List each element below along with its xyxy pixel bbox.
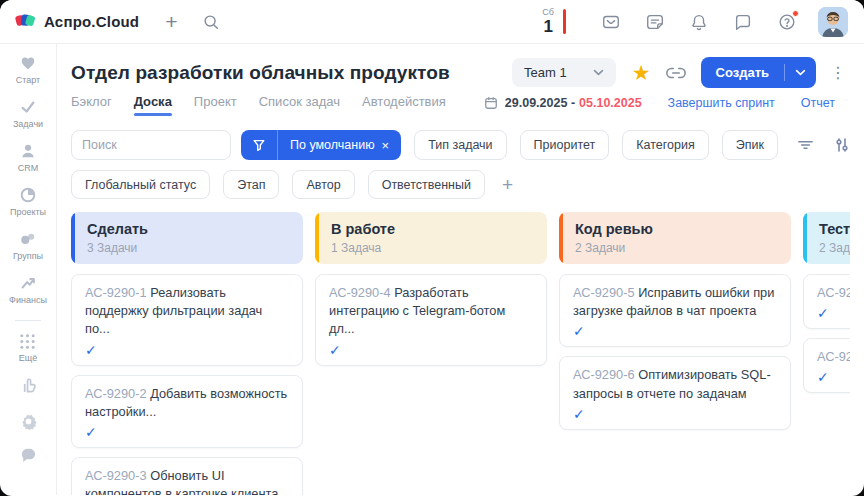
more-grid-icon bbox=[19, 333, 36, 350]
task-card[interactable]: АС-9290-1 Реализовать поддержку фильтрац… bbox=[71, 274, 303, 365]
filter-chip-task-type[interactable]: Тип задачи bbox=[414, 130, 506, 160]
filter-chip-author[interactable]: Автор bbox=[292, 170, 354, 199]
funnel-filter-icon[interactable] bbox=[241, 130, 277, 160]
task-card[interactable]: АС-9290-3 Обновить UI компонентов в карт… bbox=[71, 457, 303, 495]
sidebar-item-tasks[interactable]: Задачи bbox=[13, 98, 43, 129]
sidebar-item-projects[interactable]: Проекты bbox=[10, 186, 46, 217]
calendar-accent-bar bbox=[563, 9, 566, 34]
task-card[interactable]: АС-9290-6 Оптимизировать SQL-запросы в о… bbox=[559, 356, 791, 429]
sidebar-item-groups[interactable]: Группы bbox=[13, 230, 43, 261]
sprint-dates[interactable]: 29.09.2025 - 05.10.2025 bbox=[484, 96, 642, 114]
add-filter-plus-icon[interactable]: + bbox=[498, 175, 517, 194]
chat-icon[interactable] bbox=[730, 9, 756, 35]
topbar: Аспро.Cloud + Сб 1 bbox=[0, 0, 864, 44]
column-header[interactable]: Тестируется 2 Задачи bbox=[803, 212, 850, 264]
task-type-check-icon: ✓ bbox=[329, 343, 533, 357]
clear-filter-icon[interactable]: × bbox=[382, 138, 390, 153]
onboarding-icon[interactable] bbox=[19, 376, 38, 395]
sort-icon[interactable] bbox=[797, 138, 814, 152]
board-settings-sliders-icon[interactable] bbox=[834, 137, 850, 153]
task-id: АС-9290-7 bbox=[817, 285, 850, 300]
create-button-label: Создать bbox=[701, 65, 784, 80]
filter-chip-stage[interactable]: Этап bbox=[223, 170, 279, 199]
filter-chip-global-status[interactable]: Глобальный статус bbox=[71, 170, 210, 199]
task-type-check-icon: ✓ bbox=[573, 407, 777, 421]
notes-icon[interactable] bbox=[642, 9, 668, 35]
calendar-day-number: 1 bbox=[543, 18, 552, 35]
search-input[interactable] bbox=[71, 130, 231, 160]
user-avatar[interactable] bbox=[818, 7, 848, 37]
task-card[interactable]: АС-9290-5 Исправить ошибки при загрузке … bbox=[559, 274, 791, 347]
tasks-check-icon bbox=[19, 98, 37, 116]
task-id: АС-9290-4 bbox=[329, 285, 391, 300]
more-actions-kebab-icon[interactable]: ⋮ bbox=[826, 61, 850, 84]
task-id: АС-9290-2 bbox=[85, 386, 147, 401]
column-count: 1 Задача bbox=[331, 241, 535, 255]
column-title: Код ревью bbox=[575, 220, 779, 238]
column-title: Сделать bbox=[87, 220, 291, 238]
active-filter-button[interactable]: По умолчанию × bbox=[241, 130, 401, 160]
column-title: В работе bbox=[331, 220, 535, 238]
tab-autoactions[interactable]: Автодействия bbox=[362, 94, 446, 116]
task-card[interactable]: АС-9290-2 Добавить возможность настройки… bbox=[71, 375, 303, 448]
column-title: Тестируется bbox=[819, 220, 850, 238]
column-header[interactable]: Сделать 3 Задачи bbox=[71, 212, 303, 264]
column-count: 3 Задачи bbox=[87, 241, 291, 255]
app-shell: Старт Задачи CRM Проекты Группы Финансы bbox=[0, 44, 864, 495]
column-header[interactable]: Код ревью 2 Задачи bbox=[559, 212, 791, 264]
task-card[interactable]: АС-9290-7 добавление... ✓ bbox=[803, 274, 850, 329]
column-count: 2 Задачи bbox=[575, 241, 779, 255]
team-select[interactable]: Team 1 bbox=[512, 58, 616, 87]
column-todo: Сделать 3 Задачи АС-9290-1 Реализовать п… bbox=[71, 212, 303, 495]
sidebar-divider bbox=[15, 320, 41, 321]
filter-chip-category[interactable]: Категория bbox=[622, 130, 708, 160]
mail-icon[interactable] bbox=[598, 9, 624, 35]
filter-chip-priority[interactable]: Приоритет bbox=[520, 130, 610, 160]
filter-row-1: По умолчанию × Тип задачи Приоритет Кате… bbox=[71, 130, 850, 160]
favorite-star-icon[interactable]: ★ bbox=[630, 62, 653, 83]
calendar-icon bbox=[484, 96, 498, 110]
topbar-right: Сб 1 bbox=[542, 7, 848, 37]
task-type-check-icon: ✓ bbox=[85, 425, 289, 439]
active-filter-label: По умолчанию bbox=[290, 138, 375, 152]
projects-icon bbox=[19, 186, 37, 204]
task-card[interactable]: АС-9290-4 Разработать интеграцию с Teleg… bbox=[315, 274, 547, 365]
task-type-check-icon: ✓ bbox=[817, 370, 850, 384]
sidebar-item-more[interactable]: Ещё bbox=[19, 333, 37, 363]
sidebar-item-start[interactable]: Старт bbox=[16, 54, 40, 85]
tab-backlog[interactable]: Бэклог bbox=[71, 94, 112, 116]
kanban-board: Сделать 3 Задачи АС-9290-1 Реализовать п… bbox=[71, 212, 850, 495]
help-icon[interactable] bbox=[774, 9, 800, 35]
filter-chip-epic[interactable]: Эпик bbox=[722, 130, 778, 160]
task-card[interactable]: АС-9290-8 округление... ✓ bbox=[803, 338, 850, 393]
copy-link-icon[interactable] bbox=[663, 62, 689, 84]
create-dropdown-chevron-icon[interactable] bbox=[785, 69, 816, 76]
notifications-bell-icon[interactable] bbox=[686, 9, 712, 35]
finance-icon bbox=[19, 274, 37, 292]
app-logo-icon bbox=[14, 11, 36, 33]
sidebar-item-crm[interactable]: CRM bbox=[18, 142, 39, 173]
title-row: Отдел разработки облачных продуктов Team… bbox=[71, 57, 850, 88]
search-icon[interactable] bbox=[199, 10, 223, 34]
support-chat-icon[interactable] bbox=[19, 446, 38, 465]
team-select-value: Team 1 bbox=[524, 65, 567, 80]
tab-task-list[interactable]: Список задач bbox=[259, 94, 340, 116]
groups-icon bbox=[19, 230, 37, 248]
tab-board[interactable]: Доска bbox=[134, 94, 172, 116]
brand[interactable]: Аспро.Cloud bbox=[14, 11, 139, 33]
main-content: Отдел разработки облачных продуктов Team… bbox=[57, 44, 864, 495]
filter-chip-assignee[interactable]: Ответственный bbox=[368, 170, 485, 199]
column-in-progress: В работе 1 Задача АС-9290-4 Разработать … bbox=[315, 212, 547, 366]
app-name: Аспро.Cloud bbox=[44, 13, 139, 30]
tab-project[interactable]: Проект bbox=[194, 94, 237, 116]
finish-sprint-link[interactable]: Завершить спринт bbox=[668, 96, 775, 114]
report-link[interactable]: Отчет bbox=[801, 96, 835, 114]
calendar-date-widget[interactable]: Сб 1 bbox=[542, 8, 566, 35]
quick-create-button[interactable]: + bbox=[161, 9, 181, 34]
settings-gear-icon[interactable] bbox=[19, 411, 38, 430]
task-type-check-icon: ✓ bbox=[817, 306, 850, 320]
sidebar-item-finance[interactable]: Финансы bbox=[9, 274, 47, 305]
chevron-down-icon bbox=[593, 69, 604, 76]
create-button[interactable]: Создать bbox=[701, 57, 816, 88]
column-header[interactable]: В работе 1 Задача bbox=[315, 212, 547, 264]
